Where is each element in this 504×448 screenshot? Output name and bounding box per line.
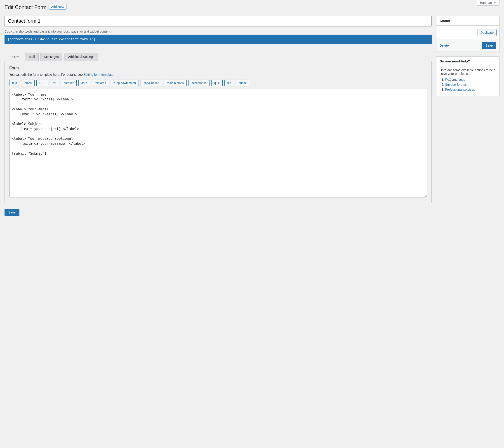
help-postbox: Do you need help? Here are some availabl…: [436, 56, 500, 96]
tab-form[interactable]: Form: [8, 53, 23, 61]
tag-date-button[interactable]: date: [78, 80, 90, 86]
form-title-input[interactable]: [4, 16, 432, 26]
tag-radio-button[interactable]: radio buttons: [164, 80, 187, 86]
tag-acceptance-button[interactable]: acceptance: [188, 80, 210, 86]
tab-nav: Form Mail Messages Additional Settings: [4, 53, 432, 61]
help-item-2: Support forums: [445, 83, 496, 86]
help-toggle[interactable]: Bantuan ▼: [477, 0, 500, 6]
tab-messages[interactable]: Messages: [40, 53, 63, 61]
help-item-1-mid: and: [451, 78, 458, 81]
help-item-1: FAQ and docs: [445, 78, 496, 81]
form-panel-heading: Form: [9, 66, 427, 71]
form-desc-prefix: You can edit the form template here. For…: [9, 73, 84, 76]
save-button[interactable]: Save: [482, 42, 496, 49]
tag-email-button[interactable]: email: [22, 80, 35, 86]
help-item-3: Professional services: [445, 88, 496, 91]
delete-link[interactable]: Delete: [440, 44, 449, 47]
tag-url-button[interactable]: URL: [36, 80, 48, 86]
tag-submit-button[interactable]: submit: [236, 80, 250, 86]
professional-services-link[interactable]: Professional services: [445, 88, 475, 91]
tag-text-button[interactable]: text: [9, 80, 20, 86]
tab-mail[interactable]: Mail: [25, 53, 39, 61]
tag-tel-button[interactable]: tel: [50, 80, 59, 86]
tab-additional-settings[interactable]: Additional Settings: [64, 53, 98, 61]
tag-buttons: text email URL tel number date text area…: [9, 80, 427, 86]
status-postbox: Status Duplicate Delete Save: [436, 16, 500, 52]
faq-link[interactable]: FAQ: [445, 78, 451, 81]
chevron-down-icon: ▼: [494, 1, 496, 4]
editing-template-link[interactable]: Editing form template: [84, 73, 113, 76]
form-panel-desc: You can edit the form template here. For…: [9, 73, 427, 76]
tag-checkboxes-button[interactable]: checkboxes: [141, 80, 162, 86]
tag-number-button[interactable]: number: [61, 80, 77, 86]
help-intro: Here are some available options to help …: [440, 68, 496, 75]
add-new-button[interactable]: Add New: [49, 4, 66, 10]
help-title: Do you need help?: [436, 56, 499, 66]
save-bottom-button[interactable]: Save: [4, 209, 19, 216]
form-panel: Form You can edit the form template here…: [4, 61, 432, 203]
tag-textarea-button[interactable]: text area: [92, 80, 109, 86]
tag-dropdown-button[interactable]: drop-down menu: [111, 80, 139, 86]
shortcode-box[interactable]: [contact-form-7 id="5" title="Contact fo…: [4, 35, 432, 44]
duplicate-button[interactable]: Duplicate: [478, 29, 497, 36]
docs-link[interactable]: docs: [458, 78, 465, 81]
page-title: Edit Contact Form: [4, 4, 46, 10]
support-forums-link[interactable]: Support forums: [445, 83, 467, 86]
status-title: Status: [436, 16, 499, 26]
help-toggle-label: Bantuan: [480, 1, 492, 4]
tag-file-button[interactable]: file: [224, 80, 234, 86]
shortcode-hint: Copy this shortcode and paste it into yo…: [4, 30, 432, 33]
tag-quiz-button[interactable]: quiz: [211, 80, 223, 86]
form-template-textarea[interactable]: [9, 89, 427, 197]
form-desc-suffix: .: [113, 73, 114, 76]
help-list: FAQ and docs Support forums Professional…: [440, 78, 496, 91]
